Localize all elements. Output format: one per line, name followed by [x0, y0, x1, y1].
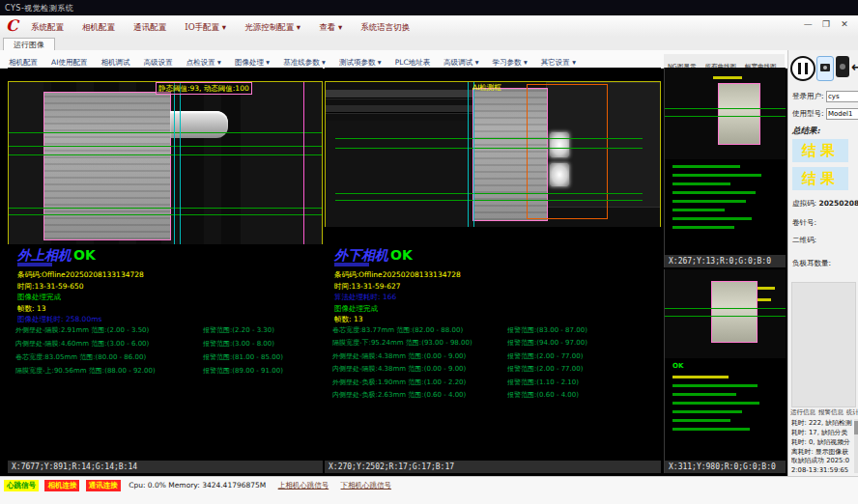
measurement-row: 内侧壁处-负极:2.63mm 范围:(0.60 - 4.00)报警范围:(0.6…: [332, 390, 659, 403]
app-logo-icon: C: [6, 16, 18, 35]
pixel-coords-readout: X:311;Y:980;R:0;G:0;B:0: [665, 461, 786, 473]
tab-run-image[interactable]: 运行图像: [3, 38, 55, 51]
result-ok-text: OK: [73, 247, 96, 263]
mini-camera-image: [665, 68, 786, 159]
login-input[interactable]: [826, 91, 858, 102]
frame-count-text: 帧数: 13: [17, 303, 144, 315]
overlay-line: [665, 308, 786, 309]
alarm-range: 报警范围:(89.00 - 91.00): [203, 366, 283, 376]
alarm-range: 报警范围:(81.00 - 85.00): [203, 352, 283, 362]
tool-spot-check[interactable]: 点检设置 ▾: [186, 58, 221, 68]
overlay-line: [468, 82, 469, 227]
scrollbar-thumb[interactable]: [854, 421, 858, 434]
overlay-line: [9, 132, 322, 133]
log-text: 耗时: 222, 缺陷检测耗时: 17, 缺陷分类耗时: 0, 缺陷视频分离耗时…: [791, 419, 852, 473]
camera-button[interactable]: [816, 56, 834, 81]
control-buttons: ←: [790, 56, 858, 83]
pin-label: 卷针号:: [792, 218, 816, 228]
tool-learning-params[interactable]: 学习参数 ▾: [493, 58, 528, 68]
pause-button[interactable]: [790, 56, 815, 81]
maximize-button[interactable]: ❐: [818, 19, 834, 29]
time-text: 时间:13-31-59-627: [334, 281, 461, 293]
mini-view-top[interactable]: X:267;Y:13;R:0;G:0;B:0: [664, 68, 786, 267]
battery-cell-image: [711, 281, 758, 343]
machine-structure: [241, 82, 322, 244]
heartbeat-badge: 心跳信号: [4, 480, 39, 491]
window-title: CYS-视觉检测系统: [5, 3, 73, 14]
tab-run-info[interactable]: 运行信息: [790, 408, 815, 416]
titlebar: CYS-视觉检测系统: [0, 0, 858, 15]
barcode-text: 条码码:Offline20250208133134728: [334, 269, 461, 281]
camera-name: 外下相机: [334, 247, 388, 263]
menu-comm-config[interactable]: 通讯配置: [133, 22, 166, 34]
overlay-line: [9, 214, 322, 215]
tool-image-process[interactable]: 图像处理 ▾: [235, 58, 270, 68]
pixel-coords-readout: X:7677;Y:891;R:14;G:14;B:14: [8, 461, 323, 473]
tool-advanced-debug[interactable]: 高级调试 ▾: [443, 58, 478, 68]
tool-ai-use-config[interactable]: AI使用配置: [51, 58, 87, 68]
camera-panel-outer-top: 静态阈值:93, 动态阈值:100 外上相机OK 条码码:Offline2025…: [8, 68, 323, 473]
menu-language-switch[interactable]: 系统语言切换: [360, 22, 410, 34]
camera-panel-outer-bottom: AI检测框 外下相机OK 条码码:Offline2025020813313472…: [325, 68, 661, 473]
bottom-camera-heartbeat-link[interactable]: 下相机心跳信号: [341, 481, 392, 490]
settings-button[interactable]: [836, 56, 849, 77]
alarm-range: 报警范围:(94.00 - 97.00): [507, 338, 587, 348]
menu-view[interactable]: 查看 ▾: [319, 22, 342, 34]
mini-label: [713, 76, 742, 79]
cpu-memory-readout: Cpu: 0.0% Memory: 3424.41796875M: [129, 481, 266, 490]
top-camera-heartbeat-link[interactable]: 上相机心跳信号: [278, 481, 329, 490]
statusbar: 心跳信号 相机连接 通讯连接 Cpu: 0.0% Memory: 3424.41…: [0, 476, 858, 504]
elapsed-text: 图像处理耗时: 258.00ms: [17, 314, 144, 325]
log-scrollbar[interactable]: [854, 419, 858, 473]
exit-button[interactable]: ←: [851, 56, 858, 77]
camera-icon: [820, 64, 830, 71]
tab-alarm-info[interactable]: 报警信息: [818, 408, 844, 416]
tool-other-settings[interactable]: 其它设置 ▾: [541, 58, 576, 68]
model-label: 使用型号:: [792, 109, 824, 118]
tab-count-label: 负极耳数量:: [792, 259, 831, 268]
measurement-row: 卷芯宽度:83.05mm 范围:(80.00 - 86.00)报警范围:(81.…: [15, 352, 321, 366]
minimize-button[interactable]: —: [800, 19, 815, 29]
menu-system-config[interactable]: 系统配置: [31, 22, 64, 34]
camera-image-outer-bottom[interactable]: AI检测框: [325, 81, 661, 227]
menu-light-config[interactable]: 光源控制配置 ▾: [244, 22, 300, 34]
measurement-value: 外侧壁处-隔膜:2.91mm 范围:(2.00 - 3.50): [15, 326, 149, 334]
tab-stats-info[interactable]: 统计信息: [846, 408, 858, 416]
measurement-value: 外侧壁处-隔膜:4.38mm 范围:(0.00 - 9.00): [332, 352, 466, 360]
control-panel: ← 登录用户: 使用型号: 总结果: 结果 结果 虚拟码: 20250208 卷…: [787, 50, 858, 476]
result-indicator-2: 结果: [792, 167, 848, 190]
mini-text-lines: [665, 370, 786, 431]
vcode-row: 虚拟码: 20250208: [792, 199, 858, 209]
alarm-range: 报警范围:(0.60 - 4.00): [507, 390, 579, 400]
overlay-line: [174, 82, 175, 244]
threshold-overlay-label: 静态阈值:93, 动态阈值:100: [156, 82, 252, 95]
time-text: 时间:13-31-59-650: [17, 281, 144, 293]
mini-result-ok: OK: [672, 362, 683, 370]
tool-plc-table[interactable]: PLC地址表: [395, 58, 430, 68]
mini-label: [758, 298, 771, 301]
tool-camera-config[interactable]: 相机配置: [9, 58, 38, 68]
tool-baseline-params[interactable]: 基准线参数 ▾: [283, 58, 326, 68]
alarm-range: 报警范围:(2.00 - 77.00): [507, 364, 583, 374]
measurement-row: 内侧壁处-隔膜:4.38mm 范围:(0.00 - 9.00)报警范围:(2.0…: [332, 364, 659, 377]
model-input[interactable]: [826, 108, 858, 120]
machine-structure: [326, 121, 471, 227]
overlay-line: [335, 200, 643, 201]
camera-image-outer-top[interactable]: 静态阈值:93, 动态阈值:100: [8, 81, 323, 244]
close-button[interactable]: ✕: [837, 19, 852, 29]
overlay-line: [9, 208, 322, 209]
comm-connection-badge: 通讯连接: [86, 480, 121, 491]
overlay-line: [665, 108, 786, 109]
menu-io-config[interactable]: IO手配置 ▾: [185, 22, 226, 34]
overlay-line: [335, 193, 643, 194]
measurement-value: 内侧壁处-隔膜:4.38mm 范围:(0.00 - 9.00): [332, 365, 466, 373]
tool-advanced-settings[interactable]: 高级设置: [144, 58, 173, 68]
ai-detect-box: [527, 84, 608, 219]
pixel-coords-readout: X:270;Y:2502;R:17;G:17;B:17: [325, 461, 661, 473]
tool-camera-debug[interactable]: 相机调试: [101, 58, 130, 68]
menu-camera-config[interactable]: 相机配置: [82, 22, 115, 34]
tool-test-params[interactable]: 测试项参数 ▾: [339, 58, 382, 68]
login-row: 登录用户:: [792, 91, 858, 102]
mini-view-bottom[interactable]: OK X:311;Y:980;R:0;G:0;B:0: [664, 269, 786, 473]
overlay-line: [9, 154, 322, 155]
